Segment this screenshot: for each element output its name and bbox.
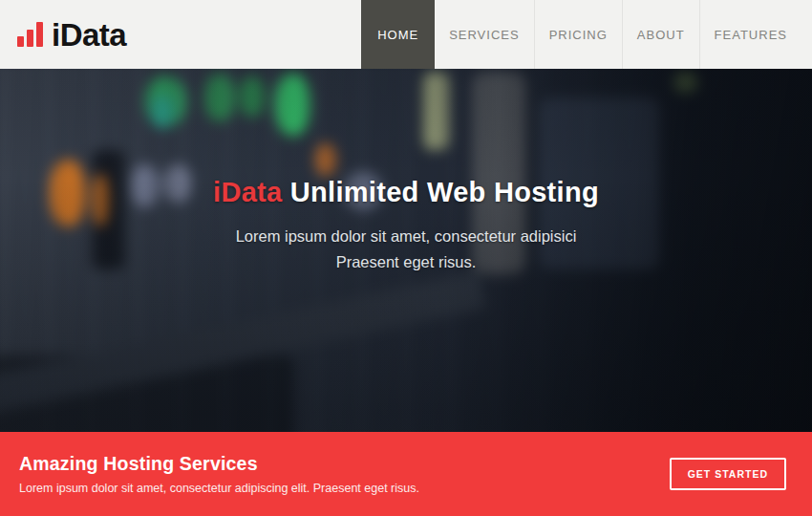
main-nav: HOME SERVICES PRICING ABOUT FEATURES — [361, 0, 812, 69]
banner-heading: Amazing Hosting Services — [19, 453, 419, 475]
nav-item-about[interactable]: ABOUT — [622, 0, 699, 69]
get-started-button[interactable]: GET STARTED — [670, 458, 786, 490]
hero-title-accent: iData — [213, 177, 282, 207]
cta-text-block: Amazing Hosting Services Lorem ipsum dol… — [19, 453, 419, 495]
nav-item-pricing[interactable]: PRICING — [534, 0, 622, 69]
hero-title: iData Unlimited Web Hosting — [0, 177, 812, 208]
hero-content: iData Unlimited Web Hosting Lorem ipsum … — [0, 69, 812, 275]
hero-subtitle-line1: Lorem ipsum dolor sit amet, consectetur … — [236, 227, 577, 245]
bar-chart-icon — [17, 22, 43, 47]
cta-banner: Amazing Hosting Services Lorem ipsum dol… — [0, 432, 812, 516]
nav-item-home[interactable]: HOME — [361, 0, 435, 69]
hero-title-rest: Unlimited Web Hosting — [290, 177, 599, 207]
hero-section: iData Unlimited Web Hosting Lorem ipsum … — [0, 69, 812, 432]
hero-subtitle-line2: Praesent eget risus. — [336, 253, 477, 270]
header: iData HOME SERVICES PRICING ABOUT FEATUR… — [0, 0, 812, 69]
nav-item-features[interactable]: FEATURES — [699, 0, 812, 69]
banner-text: Lorem ipsum dolor sit amet, consectetur … — [19, 482, 419, 495]
hero-subtitle: Lorem ipsum dolor sit amet, consectetur … — [0, 224, 812, 275]
nav-item-services[interactable]: SERVICES — [435, 0, 534, 69]
logo[interactable]: iData — [17, 0, 126, 69]
logo-text: iData — [52, 19, 126, 51]
page: iData HOME SERVICES PRICING ABOUT FEATUR… — [0, 0, 812, 516]
